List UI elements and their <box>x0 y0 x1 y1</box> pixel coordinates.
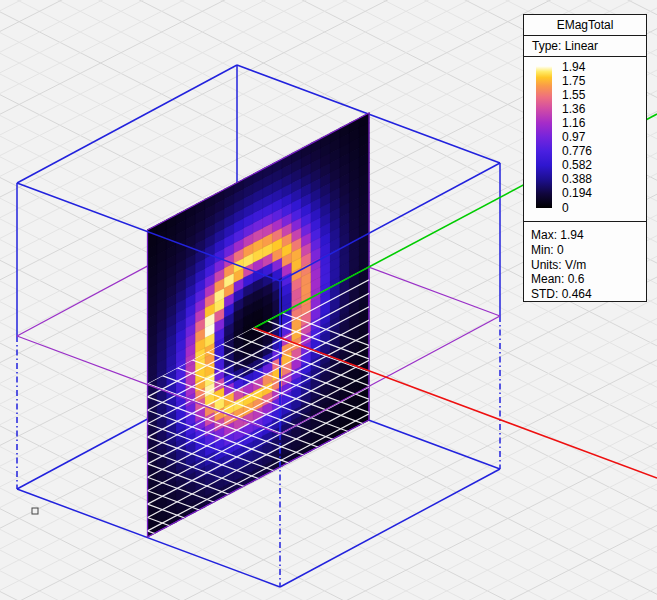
legend-scale-value: 0.582 <box>562 158 592 172</box>
legend-color-scale: 1.941.751.551.361.160.970.7760.5820.3880… <box>523 56 647 222</box>
legend-scale-value: 0 <box>562 201 569 215</box>
mid-plane-outline-front <box>17 316 500 434</box>
selection-handle <box>32 508 38 514</box>
legend-scale-value: 1.36 <box>562 102 585 116</box>
legend-stats: Max: 1.94Min: 0Units: V/mMean: 0.6STD: 0… <box>523 221 647 302</box>
legend-colorbar <box>536 66 552 208</box>
legend-stat-line: Units: V/m <box>531 258 646 273</box>
legend-panel[interactable]: EMagTotal Type: Linear 1.941.751.551.361… <box>523 14 647 302</box>
legend-scale-value: 0.388 <box>562 172 592 186</box>
legend-type-label: Type: Linear <box>523 35 647 57</box>
legend-scale-value: 0.194 <box>562 186 592 200</box>
mesh-grid <box>148 263 370 600</box>
legend-scale-value: 0.97 <box>562 130 585 144</box>
legend-title: EMagTotal <box>523 14 647 36</box>
legend-scale-value: 1.94 <box>562 60 585 74</box>
legend-scale-value: 1.16 <box>562 116 585 130</box>
legend-scale-value: 1.75 <box>562 74 585 88</box>
3d-viewport[interactable]: EMagTotal Type: Linear 1.941.751.551.361… <box>0 0 657 600</box>
legend-stat-line: Max: 1.94 <box>531 228 646 243</box>
legend-stat-line: Mean: 0.6 <box>531 272 646 287</box>
legend-stat-line: STD: 0.464 <box>531 287 646 302</box>
bounding-box-front-edges <box>17 163 500 587</box>
legend-scale-value: 0.776 <box>562 144 592 158</box>
legend-stat-line: Min: 0 <box>531 243 646 258</box>
legend-scale-value: 1.55 <box>562 88 585 102</box>
